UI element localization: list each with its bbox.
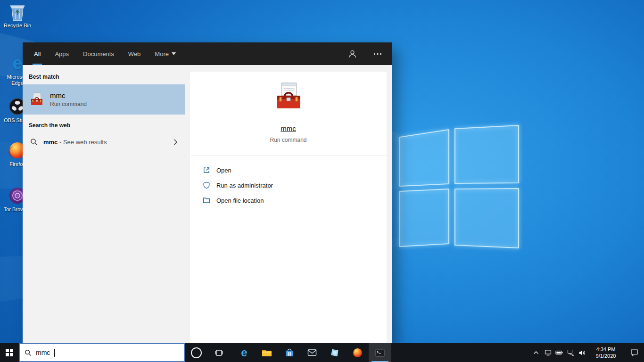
firefox-icon <box>353 348 363 358</box>
taskbar-store-button[interactable] <box>278 343 301 362</box>
tray-monitor-button[interactable] <box>542 343 553 362</box>
windows-logo <box>400 125 519 248</box>
command-prompt-icon <box>375 349 385 357</box>
best-match-result[interactable]: mmc Run command <box>23 84 185 115</box>
file-explorer-icon <box>262 348 272 357</box>
action-label: Run as administrator <box>216 182 273 189</box>
folder-icon <box>203 197 210 204</box>
tray-volume-button[interactable] <box>576 343 587 362</box>
action-center-icon <box>630 349 638 356</box>
chevron-right-icon[interactable] <box>173 139 177 145</box>
search-tabs-bar: All Apps Documents Web More <box>23 42 392 65</box>
chevron-down-icon <box>172 52 176 55</box>
best-match-title: mmc <box>50 91 87 99</box>
web-result-text: mmc - See web results <box>43 139 107 146</box>
volume-icon <box>578 350 586 356</box>
text-caret <box>54 349 55 357</box>
task-view-icon <box>215 348 223 357</box>
tray-network-button[interactable] <box>565 343 576 362</box>
action-run-as-administrator[interactable]: Run as administrator <box>203 178 374 193</box>
edge-icon: e <box>241 347 247 358</box>
taskbar: mmc e <box>0 343 644 362</box>
web-search-result[interactable]: mmc - See web results <box>23 133 185 151</box>
tab-documents[interactable]: Documents <box>83 42 114 65</box>
action-open-file-location[interactable]: Open file location <box>203 193 374 208</box>
search-results: Best match mmc R <box>23 65 392 343</box>
taskbar-command-prompt-button[interactable] <box>369 343 391 362</box>
results-list: Best match mmc R <box>23 65 185 343</box>
search-flyout: All Apps Documents Web More <box>23 42 392 343</box>
cortana-icon <box>191 347 202 358</box>
search-icon <box>30 138 38 146</box>
search-web-header: Search the web <box>29 122 185 129</box>
mmc-app-icon <box>29 92 44 107</box>
recycle-bin-icon <box>8 2 27 21</box>
cortana-button[interactable] <box>185 343 207 362</box>
preview-subtitle: Run command <box>270 137 306 143</box>
mmc-app-icon-large <box>273 81 304 112</box>
tab-all[interactable]: All <box>34 42 41 65</box>
hidden-icons-button[interactable] <box>530 343 542 362</box>
search-input-value: mmc <box>36 349 50 356</box>
taskbar-mail-button[interactable] <box>301 343 323 362</box>
action-center-button[interactable] <box>624 343 644 362</box>
taskbar-pinned-app-button[interactable] <box>323 343 346 362</box>
pinned-apps: e <box>233 343 391 362</box>
desktop-icon-recycle-bin[interactable]: Recycle Bin <box>0 2 34 29</box>
tab-web[interactable]: Web <box>128 42 141 65</box>
taskbar-edge-button[interactable]: e <box>233 343 256 362</box>
action-label: Open <box>216 167 231 174</box>
system-tray: 4:34 PM 9/1/2020 <box>530 343 644 362</box>
preview-column: mmc Run command Open <box>185 65 392 343</box>
preview-title: mmc <box>281 124 296 132</box>
search-icon <box>25 349 32 356</box>
search-tabs: All Apps Documents Web More <box>34 42 176 65</box>
taskbar-clock[interactable]: 4:34 PM 9/1/2020 <box>587 343 624 362</box>
search-header-actions <box>347 48 383 59</box>
tab-apps[interactable]: Apps <box>55 42 69 65</box>
best-match-header: Best match <box>29 74 185 80</box>
action-label: Open file location <box>216 197 264 204</box>
best-match-text: mmc Run command <box>50 91 87 107</box>
chevron-up-icon <box>533 351 539 354</box>
store-icon <box>285 348 294 357</box>
taskbar-search-box[interactable]: mmc <box>19 343 185 362</box>
task-view-button[interactable] <box>207 343 230 362</box>
shield-icon <box>203 181 210 189</box>
ellipsis-icon[interactable] <box>372 48 383 59</box>
clock-date: 9/1/2020 <box>596 353 616 359</box>
best-match-subtitle: Run command <box>50 101 87 107</box>
action-open[interactable]: Open <box>203 163 374 178</box>
clock-time: 4:34 PM <box>596 346 616 353</box>
battery-icon <box>555 350 563 355</box>
start-button[interactable] <box>0 343 19 362</box>
desktop-icon-label: Recycle Bin <box>4 23 31 29</box>
desktop: Recycle Bin e Microsoft Edge OBS Studio <box>0 0 644 362</box>
user-account-icon[interactable] <box>347 48 358 59</box>
preview-actions: Open Run as administrator <box>190 156 387 214</box>
tab-more[interactable]: More <box>155 42 176 65</box>
preview-panel: mmc Run command Open <box>190 72 387 343</box>
network-ethernet-icon <box>567 349 574 356</box>
taskbar-firefox-button[interactable] <box>346 343 369 362</box>
taskbar-file-explorer-button[interactable] <box>256 343 278 362</box>
windows-start-icon <box>6 349 13 356</box>
pinned-app-icon <box>330 348 339 357</box>
tray-battery-button[interactable] <box>553 343 565 362</box>
open-icon <box>203 166 210 174</box>
mail-icon <box>307 349 317 356</box>
monitor-icon <box>545 349 552 356</box>
